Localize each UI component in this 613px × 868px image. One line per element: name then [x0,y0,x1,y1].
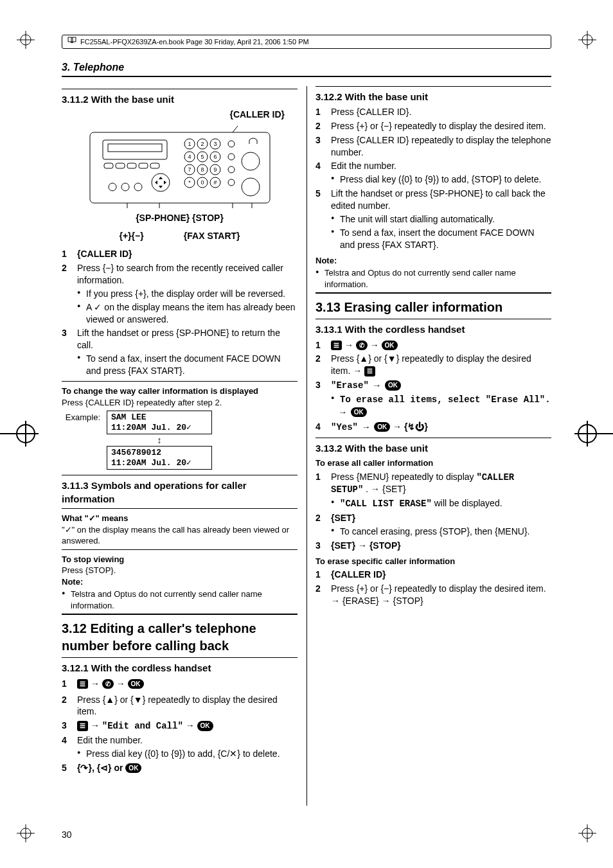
s3132b-step-1: 1 {CALLER ID} [315,569,551,581]
note-label-1: Note: [62,576,298,588]
s3131-step-3-pre: "Erase" → [331,380,385,391]
s3131-step-2-text: Press {▲} or {▼} repeatedly to display t… [331,353,531,376]
s3121-step-2: 2 Press {▲} or {▼} repeatedly to display… [62,694,298,718]
s3121-step-5-text: {↷}, {⊲} or [77,763,125,773]
note-2-bullet: Telstra and Optus do not currently send … [315,267,551,290]
s3122-step-5: 5Lift the handset or press {SP-PHONE} to… [315,188,551,251]
arrow-icon: → [91,720,102,731]
reg-mark-tr [578,31,596,49]
s3121-step-4: 4 Edit the number. Press dial key ({0} t… [62,734,298,760]
arrow-icon: → [344,340,356,350]
s3122-step-2: 2Press {+} or {−} repeatedly to display … [315,120,551,132]
example-label: Example: [62,411,100,423]
sub-erase-all-title: To erase all caller information [315,457,551,469]
step-2-bullet-1: If you press {+}, the display order will… [77,288,298,300]
svg-point-27 [121,183,129,191]
svg-text:*: * [188,179,191,186]
s3121-step-1: 1 ☰ → ✆ → OK [62,678,298,690]
s3132a-step-2-b: To cancel erasing, press {STOP}, then {M… [331,526,551,538]
section-3-12: 3.12 Editing a caller's telephone number… [62,614,298,658]
s3122-step-5-b2: To send a fax, insert the document FACE … [331,227,551,251]
chapter-title: 3. Telephone [62,60,551,77]
svg-point-59 [242,178,260,196]
callout-row-2: {+}{−} {FAX START} [62,230,298,242]
s3121-step-3: 3 ☰ → "Edit and Call" → OK [62,720,298,732]
running-header-text: FC255AL-PFQX2639ZA-en.book Page 30 Frida… [80,37,309,47]
sub-what-check-means-text: "✓" on the display means the call has al… [62,524,298,547]
example-block: Example: SAM LEE 11:20AM Jul. 20✓ ↕ 3456… [62,411,298,470]
callout-caller-id: {CALLER ID} [62,109,298,121]
ok-icon: OK [125,763,141,774]
change-display-text: Press {CALLER ID} repeatedly after step … [62,397,298,409]
sub-to-stop-viewing-text: Press {STOP}. [62,565,298,576]
step-2-text: Press {−} to search from the recently re… [77,263,283,285]
note-1-bullet: Telstra and Optus do not currently send … [62,589,298,611]
heading-3-11-2: 3.11.2 With the base unit [62,93,298,106]
example-stack: SAM LEE 11:20AM Jul. 20✓ ↕ 3456789012 11… [107,411,212,470]
step-3: 3 Lift the handset or press {SP-PHONE} t… [62,327,298,377]
heading-3-12-1: 3.12.1 With the cordless handset [62,662,298,675]
reg-mark-mr [574,421,613,447]
menu-icon: ☰ [364,366,375,376]
sub-what-check-means: What "✓" means [62,513,298,524]
s3131-step-3-b: To erase all items, select "Erase All". … [331,393,551,419]
book-icon [67,37,76,47]
svg-point-55 [228,154,235,160]
svg-text:1: 1 [188,141,191,147]
svg-point-26 [109,183,116,191]
svg-point-54 [228,141,235,147]
heading-3-13-2: 3.13.2 With the base unit [315,442,551,455]
s3121-step-2-text: Press {▲} or {▼} repeatedly to display t… [77,695,278,717]
s3122-step-4-b: Press dial key ({0} to {9}) to add, {STO… [331,173,551,186]
svg-point-28 [134,183,142,191]
section-3-11-3: 3.11.3 Symbols and operations for caller… [62,475,298,611]
svg-text:9: 9 [213,166,217,173]
step-3-text: Lift the handset or press {SP-PHONE} to … [77,328,280,350]
s3132b-step-1-text: {CALLER ID} [331,569,386,580]
example-bot-1: 3456789012 [111,448,208,458]
s3131-step-3: 3 "Erase" → OK To erase all items, selec… [315,379,551,419]
step-1: 1 {CALLER ID} [62,248,298,260]
section-3-12-1-head: 3.12.1 With the cordless handset 1 ☰ → ✆… [62,662,298,689]
page-number: 30 [62,829,72,841]
s3132a-step-3: 3 {SET} → {STOP} [315,540,551,552]
svg-rect-23 [127,163,136,168]
running-header: FC255AL-PFQX2639ZA-en.book Page 30 Frida… [62,35,551,49]
callout-row-1: {SP-PHONE} {STOP} [62,212,298,224]
arrow-icon: → [116,678,128,689]
sub-to-stop-viewing: To stop viewing [62,554,298,565]
reg-mark-br [578,824,596,842]
s3122-step-4: 4Edit the number. Press dial key ({0} to… [315,160,551,186]
ok-icon: OK [382,341,398,351]
s3122-step-3: 3Press {CALLER ID} repeatedly to display… [315,134,551,159]
s3131-step-1: 1 ☰ → ✆ → OK [315,339,551,351]
svg-rect-21 [104,163,113,168]
svg-text:4: 4 [188,154,191,160]
s3131-step-4-pre: "Yes" → [331,422,374,432]
section-3-12-1-cont: 2 Press {▲} or {▼} repeatedly to display… [62,694,298,774]
heading-3-13: 3.13 Erasing caller information [315,299,551,316]
s3121-step-5: 5 {↷}, {⊲} or OK [62,762,298,774]
phonebook-icon: ✆ [102,679,114,689]
arrow-icon: → [370,340,382,350]
svg-text:5: 5 [200,154,204,160]
section-3-12-2: 3.12.2 With the base unit 1Press {CALLER… [315,86,551,290]
svg-text:6: 6 [213,154,217,160]
svg-point-57 [228,179,235,186]
section-3-11-2: 3.11.2 With the base unit {CALLER ID} [62,89,298,470]
example-top-2: 11:20AM Jul. 20✓ [111,423,208,433]
s3132a-step-1-bullet: "CALL LIST ERASE" will be displayed. [331,497,551,510]
columns: 3.11.2 With the base unit {CALLER ID} [62,86,551,806]
svg-line-60 [233,126,238,132]
ok-icon: OK [374,422,390,432]
s3132b-step-2-text: Press {+} or {−} repeatedly to display t… [331,583,546,606]
svg-text:8: 8 [200,166,204,173]
example-box-top: SAM LEE 11:20AM Jul. 20✓ [107,411,212,434]
example-box-bottom: 3456789012 11:20AM Jul. 20✓ [107,446,212,470]
step-1-text: {CALLER ID} [77,249,132,259]
s3132a-step-3-text: {SET} → {STOP} [331,540,401,551]
arrow-icon: → [186,720,197,731]
example-bot-2: 11:20AM Jul. 20✓ [111,458,208,468]
svg-rect-24 [139,163,148,168]
content: 3. Telephone 3.11.2 With the base unit {… [62,60,551,829]
